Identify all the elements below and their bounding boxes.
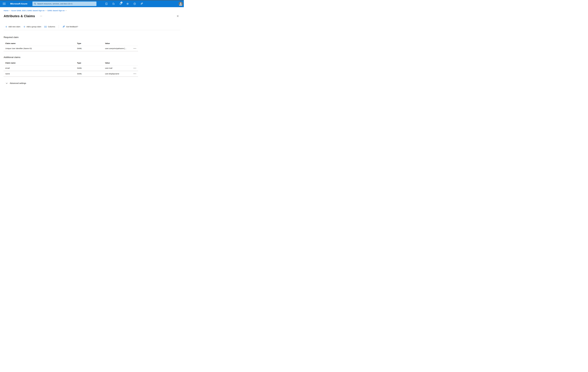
avatar[interactable]: [178, 2, 183, 6]
additional-claims-table: Claim name Type Value email SAML user.ma…: [3, 61, 138, 77]
topbar-icon-group: 6 ?: [105, 2, 143, 5]
claim-type-cell: SAML: [77, 73, 105, 75]
directory-filter-icon[interactable]: [112, 2, 115, 5]
claim-name-cell: Unique User Identifier (Name ID): [3, 47, 77, 50]
azure-brand-logo[interactable]: Microsoft Azure: [10, 2, 27, 5]
toolbar-divider: [59, 25, 59, 28]
breadcrumb-separator: ›: [46, 9, 46, 12]
column-header-claim-name: Claim name: [3, 42, 77, 44]
breadcrumb-separator: ›: [10, 9, 10, 12]
table-row[interactable]: name SAML user.displayname: [3, 71, 138, 77]
feedback-icon[interactable]: [140, 2, 143, 5]
column-header-value: Value: [105, 62, 131, 64]
hamburger-menu-icon[interactable]: [3, 3, 6, 5]
table-header-row: Claim name Type Value: [3, 41, 138, 46]
advanced-settings-expander[interactable]: Advanced settings: [0, 81, 184, 85]
table-row[interactable]: email SAML user.mail: [3, 65, 138, 71]
columns-icon: [44, 26, 47, 28]
breadcrumb: Home › Azure SAML SSO | SAML-based Sign-…: [0, 7, 184, 12]
claim-name-cell: name: [3, 73, 77, 75]
feedback-icon: [62, 25, 65, 28]
cloud-shell-icon[interactable]: [105, 2, 108, 5]
ellipsis-icon[interactable]: [40, 16, 42, 16]
svg-text:?: ?: [134, 3, 135, 4]
claim-value-cell: user.mail: [105, 67, 131, 69]
claim-type-cell: SAML: [77, 67, 105, 69]
plus-icon: [23, 26, 25, 28]
required-claim-heading: Required claim: [4, 36, 184, 39]
command-bar: Add new claim Add a group claim Columns …: [0, 25, 184, 28]
chevron-down-icon: [6, 83, 8, 84]
page-title: Attributes & Claims: [4, 14, 35, 18]
breadcrumb-separator: ›: [66, 9, 66, 12]
table-header-row: Claim name Type Value: [3, 61, 138, 65]
advanced-settings-label: Advanced settings: [10, 82, 26, 85]
search-input[interactable]: [37, 3, 96, 5]
got-feedback-button[interactable]: Got feedback?: [62, 25, 78, 28]
close-icon[interactable]: [177, 15, 179, 17]
column-header-type: Type: [77, 42, 105, 44]
columns-button[interactable]: Columns: [44, 26, 55, 28]
add-new-claim-button[interactable]: Add new claim: [5, 26, 20, 28]
claim-value-cell: user.displayname: [105, 73, 131, 75]
claim-value-cell: user.userprincipalname [...: [105, 47, 131, 50]
claim-type-cell: SAML: [77, 47, 105, 50]
breadcrumb-item-app[interactable]: Azure SAML SSO | SAML-based Sign-on: [11, 10, 45, 12]
plus-icon: [5, 26, 7, 28]
additional-claims-heading: Additional claims: [4, 56, 184, 59]
breadcrumb-item-home[interactable]: Home: [4, 10, 9, 12]
notification-count-badge: 6: [121, 2, 122, 3]
row-context-menu-icon[interactable]: [133, 73, 136, 75]
settings-gear-icon[interactable]: [126, 2, 129, 5]
row-context-menu-icon[interactable]: [133, 48, 136, 49]
row-context-menu-icon[interactable]: [133, 67, 136, 69]
breadcrumb-item-saml-signon[interactable]: SAML-based Sign-on: [47, 10, 64, 12]
azure-top-bar: Microsoft Azure: [0, 0, 184, 7]
help-icon[interactable]: ?: [133, 2, 136, 5]
notifications-bell-icon[interactable]: 6: [119, 2, 122, 5]
search-icon: [34, 3, 36, 5]
column-header-type: Type: [77, 62, 105, 64]
page-header: Attributes & Claims: [0, 14, 184, 18]
column-header-claim-name: Claim name: [3, 62, 77, 64]
global-search-bar[interactable]: [32, 1, 96, 6]
required-claim-table: Claim name Type Value Unique User Identi…: [3, 41, 138, 51]
column-header-value: Value: [105, 42, 131, 44]
add-group-claim-button[interactable]: Add a group claim: [23, 26, 41, 28]
claim-name-cell: email: [3, 67, 77, 69]
table-row[interactable]: Unique User Identifier (Name ID) SAML us…: [3, 46, 138, 51]
